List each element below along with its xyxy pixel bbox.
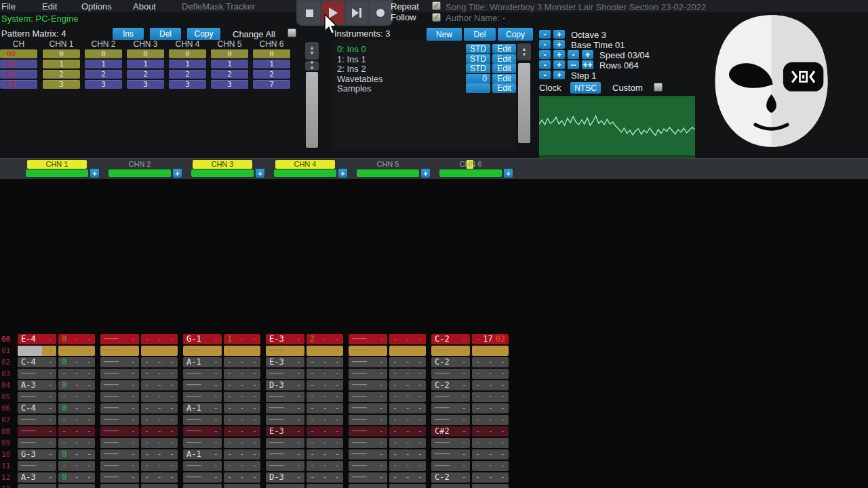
pattern-note-cell[interactable]: ───- — [349, 403, 387, 413]
pattern-fx-cell[interactable]: --- — [389, 369, 426, 379]
minus-button[interactable]: - — [539, 70, 551, 79]
pattern-note-cell[interactable]: ───- — [18, 438, 56, 448]
pattern-note-cell[interactable]: G-1- — [183, 334, 222, 344]
pattern-fx-cell[interactable]: 2-- — [307, 334, 343, 344]
follow-checkbox[interactable]: ✓ — [432, 13, 441, 22]
pattern-note-cell[interactable]: ───- — [431, 438, 470, 448]
next-button[interactable] — [346, 1, 368, 24]
instr-scrollbar-thumb[interactable] — [518, 63, 530, 143]
channel-add-fx-button[interactable]: + — [421, 169, 430, 178]
pattern-note-cell[interactable]: ───- — [431, 484, 470, 488]
pattern-fx-cell[interactable]: --- — [389, 334, 426, 344]
clock-ntsc-button[interactable]: NTSC — [570, 82, 601, 94]
pattern-fx-cell[interactable]: --- — [472, 426, 509, 436]
pattern-note-cell[interactable]: ───- — [266, 449, 304, 460]
pattern-note-cell[interactable]: C-2- — [431, 357, 470, 367]
menu-item-about[interactable]: About — [133, 1, 156, 12]
pattern-note-cell[interactable]: C-2- — [431, 380, 470, 390]
pattern-note-cell[interactable]: ───- — [349, 357, 387, 367]
channel-volume-bar[interactable] — [357, 169, 419, 177]
pattern-fx-cell[interactable]: --- — [224, 392, 260, 402]
pattern-note-cell[interactable]: ───- — [349, 334, 387, 344]
pattern-note-cell[interactable]: ───- — [431, 403, 470, 413]
pattern-fx-cell[interactable]: 0-- — [58, 357, 95, 367]
plus-button[interactable]: + — [582, 50, 593, 59]
pattern-note-cell[interactable]: ───- — [183, 484, 222, 488]
pattern-fx-cell[interactable]: --- — [141, 346, 178, 356]
pattern-note-cell[interactable]: C-4- — [18, 403, 56, 413]
pattern-fx-cell[interactable]: --- — [389, 472, 426, 483]
pattern-note-cell[interactable]: ───- — [18, 461, 56, 471]
instrument-item[interactable]: Samples — [337, 83, 372, 94]
pattern-fx-cell[interactable]: --- — [224, 357, 260, 367]
instrument-edit-button[interactable]: Edit — [492, 54, 516, 64]
pattern-note-cell[interactable]: ───- — [18, 426, 56, 436]
pattern-fx-cell[interactable]: --- — [307, 357, 343, 367]
matrix-cell[interactable]: 2 — [85, 70, 122, 79]
matrix-cell[interactable]: 3 — [43, 80, 80, 89]
pattern-note-cell[interactable]: A-3- — [18, 380, 56, 390]
pattern-fx-cell[interactable]: --- — [389, 438, 426, 448]
instrument-type-button[interactable]: STD — [466, 54, 490, 64]
pattern-fx-cell[interactable]: --- — [472, 449, 509, 460]
instrument-edit-button[interactable]: Edit — [492, 44, 516, 54]
pattern-fx-cell[interactable]: --- — [224, 438, 260, 448]
channel-add-fx-button[interactable]: + — [90, 169, 99, 178]
pattern-note-cell[interactable]: A-3- — [18, 472, 56, 483]
pattern-fx-cell[interactable]: --- — [389, 426, 426, 436]
pattern-fx-cell[interactable]: 0-- — [58, 380, 95, 390]
minus-button[interactable]: - — [539, 40, 551, 49]
pattern-fx-cell[interactable]: --- — [307, 461, 343, 471]
channel-header-1[interactable]: CHN 1 — [27, 160, 87, 169]
pattern-fx-cell[interactable]: --- — [58, 346, 95, 356]
pattern-note-cell[interactable]: ───- — [100, 346, 139, 356]
pattern-fx-cell[interactable]: --- — [307, 380, 343, 390]
pattern-note-cell[interactable]: ───- — [18, 392, 56, 402]
menu-item-file[interactable]: File — [1, 1, 16, 12]
pattern-note-cell[interactable]: E-4- — [18, 334, 56, 344]
pattern-note-cell[interactable]: A-1- — [183, 357, 222, 367]
matrix-cell[interactable]: 3 — [211, 80, 248, 89]
pattern-fx-cell[interactable]: --- — [58, 426, 95, 436]
matrix-cell[interactable]: 0 — [253, 49, 290, 58]
pattern-note-cell[interactable]: G-3- — [18, 449, 56, 460]
matrix-cell[interactable]: 2 — [43, 70, 80, 79]
pattern-fx-cell[interactable]: --- — [141, 403, 178, 413]
pattern-note-cell[interactable]: ───- — [431, 449, 470, 460]
instrument-item[interactable]: Wavetables — [337, 74, 382, 84]
pattern-note-cell[interactable]: ───- — [349, 369, 387, 379]
pattern-fx-cell[interactable]: 0-- — [58, 449, 95, 460]
matrix-cell[interactable]: 1 — [253, 60, 290, 68]
matrix-cell[interactable]: 1 — [85, 60, 122, 68]
pattern-fx-cell[interactable]: 0-- — [58, 334, 95, 344]
instr-copy-button[interactable]: Copy — [498, 28, 533, 41]
pattern-fx-cell[interactable]: --- — [389, 380, 426, 390]
pattern-fx-cell[interactable]: --- — [472, 380, 509, 390]
pattern-fx-cell[interactable]: --- — [224, 472, 260, 483]
pattern-fx-cell[interactable]: --- — [307, 346, 343, 356]
pattern-note-cell[interactable]: ───- — [100, 415, 139, 425]
pattern-note-cell[interactable]: D-3- — [266, 472, 304, 483]
pattern-note-cell[interactable]: ───- — [349, 426, 387, 436]
pattern-note-cell[interactable]: C-4- — [18, 357, 56, 367]
pattern-note-cell[interactable]: ───- — [18, 369, 56, 379]
pattern-note-cell[interactable]: ───- — [18, 484, 56, 488]
pattern-fx-cell[interactable]: --- — [472, 369, 509, 379]
pattern-fx-cell[interactable]: --- — [58, 461, 95, 471]
pattern-fx-cell[interactable]: --- — [58, 392, 95, 402]
pattern-fx-cell[interactable]: 1-- — [224, 334, 260, 344]
matrix-ins-button[interactable]: Ins — [113, 28, 144, 40]
channel-volume-bar[interactable] — [26, 169, 88, 177]
edit-cursor[interactable] — [18, 346, 42, 356]
pattern-note-cell[interactable]: ───- — [349, 484, 387, 488]
pattern-note-cell[interactable]: ───- — [183, 346, 222, 356]
pattern-fx-cell[interactable]: --- — [472, 438, 509, 448]
pattern-note-cell[interactable]: ───- — [349, 380, 387, 390]
pattern-fx-cell[interactable]: 0-- — [58, 403, 95, 413]
instrument-edit-button[interactable]: Edit — [492, 74, 516, 83]
channel-volume-bar[interactable] — [191, 169, 254, 177]
pattern-note-cell[interactable]: ───- — [349, 346, 387, 356]
pattern-fx-cell[interactable]: --- — [307, 426, 343, 436]
pattern-note-cell[interactable]: ───- — [100, 357, 139, 367]
pattern-fx-cell[interactable]: --- — [141, 357, 178, 367]
